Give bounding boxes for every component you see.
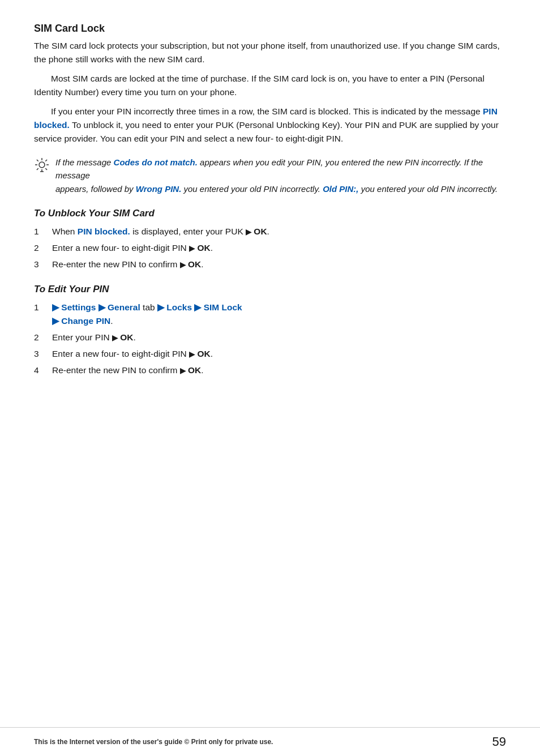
edit-section-title: To Edit Your PIN <box>34 284 506 295</box>
footer-text: This is the Internet version of the user… <box>34 738 273 746</box>
page-title: SIM Card Lock <box>34 23 506 35</box>
intro-para2: Most SIM cards are locked at the time of… <box>34 72 506 99</box>
svg-point-0 <box>39 162 45 168</box>
tip-content: If the message Codes do not match. appea… <box>55 156 506 195</box>
svg-line-6 <box>45 168 47 170</box>
tip-box: If the message Codes do not match. appea… <box>34 156 506 195</box>
codes-not-match: Codes do not match. <box>114 157 198 167</box>
intro-para1: The SIM card lock protects your subscrip… <box>34 39 506 66</box>
edit-step-2: 2 Enter your PIN ▶ OK. <box>34 331 506 344</box>
page-content: SIM Card Lock The SIM card lock protects… <box>0 0 540 428</box>
svg-line-7 <box>45 160 47 161</box>
edit-steps-list: 1 ▶ Settings ▶ General tab ▶ Locks ▶ SIM… <box>34 301 506 377</box>
svg-line-5 <box>37 160 38 161</box>
svg-line-8 <box>37 168 38 170</box>
page-number: 59 <box>492 734 506 749</box>
page-footer: This is the Internet version of the user… <box>0 727 540 756</box>
unblock-section-title: To Unblock Your SIM Card <box>34 208 506 219</box>
edit-step-1: 1 ▶ Settings ▶ General tab ▶ Locks ▶ SIM… <box>34 301 506 328</box>
intro-para3: If you enter your PIN incorrectly three … <box>34 105 506 146</box>
pin-blocked-step1: PIN blocked. <box>78 227 130 236</box>
unblock-steps-list: 1 When PIN blocked. is displayed, enter … <box>34 225 506 271</box>
edit-step1-nav: ▶ Settings ▶ General <box>52 302 140 312</box>
tip-sun-icon <box>34 157 50 176</box>
unblock-step-1: 1 When PIN blocked. is displayed, enter … <box>34 225 506 238</box>
wrong-pin-label: Wrong PIN. <box>136 184 182 194</box>
edit-step-3: 3 Enter a new four- to eight-digit PIN ▶… <box>34 347 506 361</box>
unblock-step-3: 3 Re-enter the new PIN to confirm ▶ OK. <box>34 258 506 271</box>
edit-step-4: 4 Re-enter the new PIN to confirm ▶ OK. <box>34 364 506 377</box>
old-pin-label: Old PIN:, <box>323 184 358 194</box>
unblock-step-2: 2 Enter a new four- to eight-digit PIN ▶… <box>34 241 506 255</box>
